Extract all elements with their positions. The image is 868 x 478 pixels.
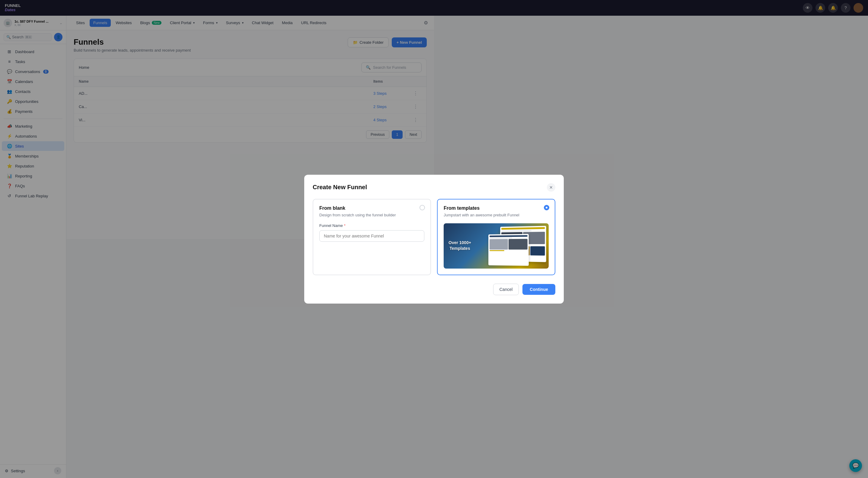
modal-body: From blank Design from scratch using the… [313,199,434,239]
modal-title: Create New Funnel [313,184,367,191]
modal-header: Create New Funnel ✕ [313,183,434,192]
modal-overlay: Create New Funnel ✕ From blank Design fr… [0,0,434,239]
required-indicator: * [344,223,346,228]
from-blank-title: From blank [319,205,424,211]
from-blank-radio[interactable] [420,205,425,210]
from-blank-desc: Design from scratch using the funnel bui… [319,213,424,217]
funnel-name-input[interactable] [319,230,424,239]
create-funnel-modal: Create New Funnel ✕ From blank Design fr… [304,175,434,239]
from-blank-option[interactable]: From blank Design from scratch using the… [313,199,431,239]
funnel-name-label: Funnel Name * [319,223,424,228]
